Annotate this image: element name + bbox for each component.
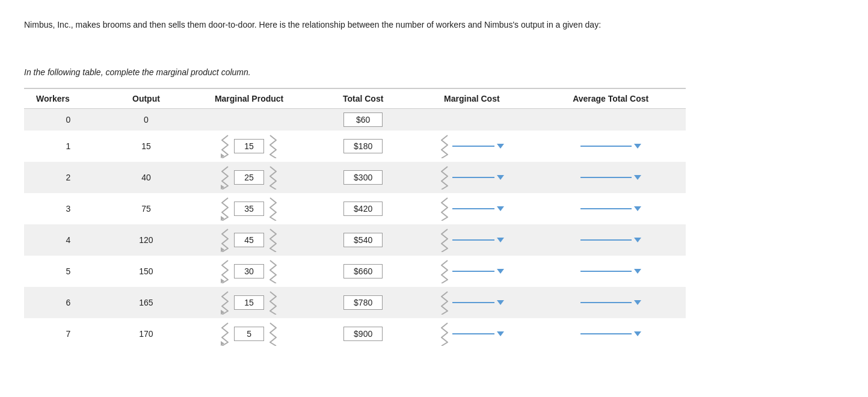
mc-line-display bbox=[452, 208, 494, 209]
cell-total-cost: $300 bbox=[318, 162, 408, 193]
col-header-workers: Workers bbox=[24, 88, 112, 109]
cell-marginal-product[interactable]: 30 bbox=[180, 256, 318, 287]
mc-dropdown-arrow-icon[interactable] bbox=[497, 206, 504, 211]
marginal-product-input[interactable]: 15 bbox=[234, 295, 264, 310]
mc-dropdown-arrow-icon[interactable] bbox=[497, 175, 504, 180]
mc-line-display bbox=[452, 146, 494, 147]
atc-dropdown-arrow-icon[interactable] bbox=[634, 206, 641, 211]
cell-marginal-cost[interactable] bbox=[408, 162, 535, 193]
cell-marginal-cost[interactable] bbox=[408, 287, 535, 318]
table-row: 240 25 $300 bbox=[24, 162, 686, 193]
cell-marginal-cost bbox=[408, 109, 535, 131]
atc-line-display bbox=[580, 302, 632, 303]
cell-total-cost: $660 bbox=[318, 256, 408, 287]
data-table: Workers Output Marginal Product Total Co… bbox=[24, 88, 686, 349]
wave-arrow-icon bbox=[220, 165, 230, 189]
wave-arrow-icon bbox=[220, 322, 230, 346]
cell-total-cost: $540 bbox=[318, 224, 408, 256]
atc-dropdown-arrow-icon[interactable] bbox=[634, 300, 641, 305]
cell-average-total-cost[interactable] bbox=[535, 131, 686, 162]
cell-average-total-cost[interactable] bbox=[535, 162, 686, 193]
cell-marginal-product[interactable]: 45 bbox=[180, 224, 318, 256]
cell-marginal-product[interactable]: 15 bbox=[180, 131, 318, 162]
cell-average-total-cost[interactable] bbox=[535, 287, 686, 318]
table-row: 375 35 $420 bbox=[24, 193, 686, 224]
cell-marginal-cost[interactable] bbox=[408, 318, 535, 349]
mc-dropdown-arrow-icon[interactable] bbox=[497, 331, 504, 336]
cell-output: 75 bbox=[112, 193, 180, 224]
table-row: 5150 30 $660 bbox=[24, 256, 686, 287]
cell-output: 0 bbox=[112, 109, 180, 131]
mc-wave-arrow-icon bbox=[439, 197, 450, 221]
cell-output: 150 bbox=[112, 256, 180, 287]
mc-line-display bbox=[452, 302, 494, 303]
cell-marginal-product[interactable]: 25 bbox=[180, 162, 318, 193]
mc-dropdown-arrow-icon[interactable] bbox=[497, 269, 504, 274]
wave-arrow-icon bbox=[220, 197, 230, 221]
instruction-text: In the following table, complete the mar… bbox=[24, 67, 844, 77]
wave-arrow-icon bbox=[220, 134, 230, 158]
marginal-product-input[interactable]: 15 bbox=[234, 139, 264, 153]
atc-dropdown-arrow-icon[interactable] bbox=[634, 144, 641, 149]
col-header-output: Output bbox=[112, 88, 180, 109]
col-header-marginal-cost: Marginal Cost bbox=[408, 88, 535, 109]
cell-marginal-product[interactable]: 15 bbox=[180, 287, 318, 318]
cell-average-total-cost[interactable] bbox=[535, 193, 686, 224]
atc-line-display bbox=[580, 177, 632, 178]
col-header-marginal-product: Marginal Product bbox=[180, 88, 318, 109]
marginal-product-input[interactable]: 45 bbox=[234, 233, 264, 247]
cell-average-total-cost[interactable] bbox=[535, 256, 686, 287]
marginal-product-input[interactable]: 30 bbox=[234, 264, 264, 279]
atc-dropdown-arrow-icon[interactable] bbox=[634, 269, 641, 274]
total-cost-value: $300 bbox=[343, 170, 383, 185]
table-header-row: Workers Output Marginal Product Total Co… bbox=[24, 88, 686, 109]
atc-line-display bbox=[580, 146, 632, 147]
cell-marginal-cost[interactable] bbox=[408, 256, 535, 287]
wave-arrow-right-icon bbox=[268, 197, 279, 221]
atc-line-display bbox=[580, 208, 632, 209]
wave-arrow-right-icon bbox=[268, 165, 279, 189]
cell-marginal-cost[interactable] bbox=[408, 193, 535, 224]
wave-arrow-icon bbox=[220, 291, 230, 315]
mc-dropdown-arrow-icon[interactable] bbox=[497, 300, 504, 305]
col-header-average-total-cost: Average Total Cost bbox=[535, 88, 686, 109]
cell-marginal-cost[interactable] bbox=[408, 224, 535, 256]
cell-average-total-cost[interactable] bbox=[535, 318, 686, 349]
cell-total-cost: $180 bbox=[318, 131, 408, 162]
mc-wave-arrow-icon bbox=[439, 291, 450, 315]
atc-line-display bbox=[580, 271, 632, 272]
atc-dropdown-arrow-icon[interactable] bbox=[634, 175, 641, 180]
cell-workers: 6 bbox=[24, 287, 112, 318]
cell-output: 165 bbox=[112, 287, 180, 318]
cell-workers: 0 bbox=[24, 109, 112, 131]
cell-workers: 7 bbox=[24, 318, 112, 349]
mc-dropdown-arrow-icon[interactable] bbox=[497, 144, 504, 149]
marginal-product-input[interactable]: 35 bbox=[234, 202, 264, 216]
total-cost-value: $660 bbox=[343, 264, 383, 279]
atc-line-display bbox=[580, 333, 632, 334]
table-row: 6165 15 $780 bbox=[24, 287, 686, 318]
cell-workers: 4 bbox=[24, 224, 112, 256]
table-row: 7170 5 $900 bbox=[24, 318, 686, 349]
cell-output: 15 bbox=[112, 131, 180, 162]
wave-arrow-icon bbox=[220, 228, 230, 252]
cell-average-total-cost[interactable] bbox=[535, 224, 686, 256]
cell-marginal-product[interactable]: 35 bbox=[180, 193, 318, 224]
total-cost-value: $180 bbox=[343, 139, 383, 153]
atc-dropdown-arrow-icon[interactable] bbox=[634, 331, 641, 336]
cell-output: 120 bbox=[112, 224, 180, 256]
wave-arrow-right-icon bbox=[268, 228, 279, 252]
atc-dropdown-arrow-icon[interactable] bbox=[634, 238, 641, 242]
marginal-product-input[interactable]: 25 bbox=[234, 170, 264, 185]
cell-workers: 1 bbox=[24, 131, 112, 162]
cell-marginal-cost[interactable] bbox=[408, 131, 535, 162]
cell-marginal-product[interactable]: 5 bbox=[180, 318, 318, 349]
mc-dropdown-arrow-icon[interactable] bbox=[497, 238, 504, 242]
marginal-product-input[interactable]: 5 bbox=[234, 327, 264, 341]
mc-wave-arrow-icon bbox=[439, 322, 450, 346]
wave-arrow-right-icon bbox=[268, 134, 279, 158]
cell-workers: 3 bbox=[24, 193, 112, 224]
cell-average-total-cost bbox=[535, 109, 686, 131]
cell-workers: 2 bbox=[24, 162, 112, 193]
cell-output: 40 bbox=[112, 162, 180, 193]
